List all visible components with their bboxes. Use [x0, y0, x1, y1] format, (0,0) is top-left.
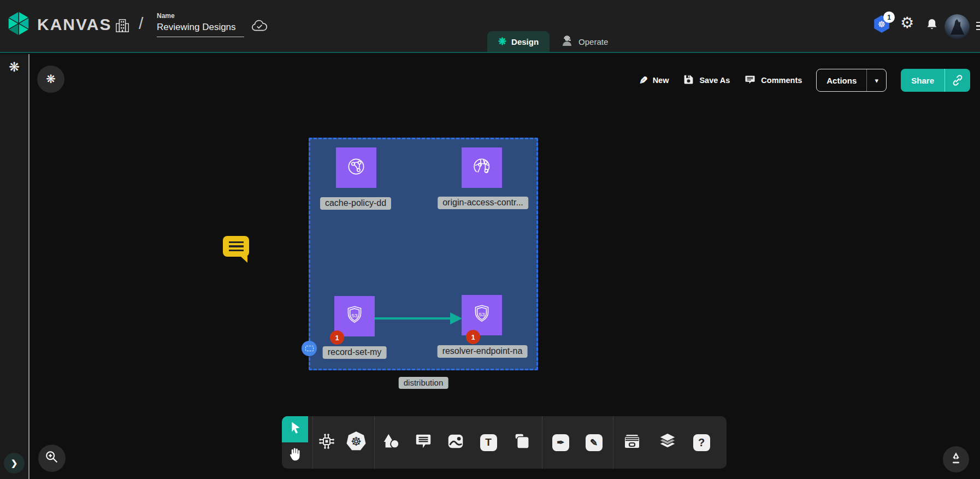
chevron-down-icon[interactable]: ▾	[866, 69, 886, 91]
drawer-archive-icon	[622, 431, 642, 453]
settings-gear-icon[interactable]: ⚙	[900, 15, 914, 31]
text-tool[interactable]: T	[477, 431, 499, 453]
canvas-widgets-button[interactable]: ❋	[37, 66, 64, 93]
route53-resolver-endpoint-icon: 53	[470, 303, 493, 328]
comments-bubble-icon	[744, 74, 756, 87]
comment-bubble-icon	[414, 432, 433, 453]
design-spiral-icon: ❋	[498, 37, 506, 46]
asterisk-icon: ❋	[46, 73, 56, 86]
node-label-resolver-endpoint: resolver-endpoint-na	[438, 345, 528, 358]
node-label-cache-policy: cache-policy-dd	[320, 197, 391, 210]
save-as-button[interactable]: Save As	[683, 74, 730, 87]
kubernetes-tool[interactable]: ☸	[345, 431, 367, 453]
node-resolver-endpoint[interactable]: 53	[462, 295, 502, 335]
saved-cloud-icon	[251, 19, 268, 36]
magnifier-plus-icon	[44, 450, 60, 467]
pencil-tool[interactable]: ✎	[583, 431, 605, 453]
tab-operate[interactable]: Operate	[550, 31, 619, 52]
node-label-record-set: record-set-my	[323, 346, 387, 359]
save-floppy-icon	[683, 74, 694, 87]
pen-path-icon: ✒	[552, 434, 569, 451]
image-icon	[446, 432, 465, 453]
record-set-error-badge[interactable]: 1	[330, 330, 344, 345]
new-button[interactable]: ✎ New	[639, 75, 669, 86]
header-bar: KANVAS / Name	[0, 0, 980, 53]
origin-access-control-icon	[470, 155, 493, 180]
design-name-label: Name	[157, 12, 244, 20]
copy-link-icon[interactable]	[944, 69, 970, 92]
new-pencil-icon: ✎	[639, 75, 648, 86]
tab-design-label: Design	[511, 37, 539, 46]
kubernetes-wheel-icon: ☸	[346, 431, 367, 454]
layers-stack-icon	[657, 431, 678, 453]
chip-icon	[317, 431, 336, 453]
shapes-tool[interactable]	[380, 431, 402, 453]
tab-operate-label: Operate	[578, 37, 608, 46]
kanvas-hexagon-icon	[7, 11, 31, 38]
pen-nib-icon	[949, 451, 963, 468]
canvas-comment-marker[interactable]	[223, 236, 249, 257]
resolver-endpoint-error-badge[interactable]: 1	[466, 330, 480, 344]
node-record-set[interactable]: 53	[334, 296, 375, 336]
note-tool[interactable]	[511, 431, 533, 453]
design-actions-row: ✎ New Save As Comments	[639, 69, 970, 92]
share-label: Share	[901, 69, 944, 92]
new-label: New	[653, 76, 669, 85]
tab-design[interactable]: ❋ Design	[487, 31, 550, 52]
design-pen-button[interactable]	[943, 446, 969, 472]
layers-tool[interactable]	[657, 431, 678, 453]
component-tool[interactable]	[316, 431, 338, 453]
zoom-in-button[interactable]	[38, 445, 66, 472]
mode-tabs: ❋ Design Operate	[487, 31, 619, 52]
kubernetes-context-count-badge: 1	[883, 11, 895, 23]
sticky-note-icon	[513, 432, 532, 453]
breadcrumb-separator: /	[139, 14, 143, 33]
comments-button[interactable]: Comments	[744, 74, 802, 87]
cursor-arrow-icon	[287, 420, 303, 439]
help-tool[interactable]: ?	[690, 431, 712, 453]
media-tool[interactable]	[445, 431, 467, 453]
svg-text:53: 53	[351, 312, 358, 318]
left-sidebar: ❋ ❯	[0, 54, 29, 479]
operate-person-icon	[560, 34, 574, 49]
select-tool[interactable]	[282, 416, 308, 442]
node-cache-policy[interactable]	[336, 147, 376, 188]
group-collapse-handle[interactable]	[302, 341, 317, 356]
kubernetes-context-button[interactable]: ☸ 1	[873, 15, 892, 34]
meshery-spiral-icon[interactable]: ❋	[0, 60, 28, 75]
svg-text:☸: ☸	[351, 435, 362, 448]
pencil-draw-icon: ✎	[586, 434, 603, 451]
sidebar-expand-button[interactable]: ❯	[4, 453, 25, 474]
kanvas-logo[interactable]: KANVAS	[7, 11, 111, 38]
text-tool-icon: T	[480, 434, 497, 451]
node-origin-access-control[interactable]	[462, 147, 502, 188]
hand-icon	[287, 446, 303, 465]
brand-name: KANVAS	[37, 15, 111, 34]
share-button[interactable]: Share	[901, 69, 970, 92]
kanvas-app: KANVAS / Name	[0, 0, 980, 479]
help-question-icon: ?	[693, 434, 710, 451]
canvas-toolbar: ☸	[282, 416, 727, 469]
save-as-label: Save As	[699, 76, 730, 85]
user-avatar[interactable]	[944, 14, 970, 39]
comment-marker-tail	[240, 256, 247, 263]
overflow-menu-icon[interactable]	[976, 22, 980, 32]
comments-label: Comments	[761, 76, 802, 85]
group-label-distribution: distribution	[399, 377, 448, 389]
actions-dropdown-button[interactable]: Actions ▾	[816, 69, 887, 92]
svg-text:53: 53	[479, 311, 485, 317]
design-name-field: Name	[157, 12, 244, 37]
comment-tool[interactable]	[412, 431, 434, 453]
design-name-input[interactable]	[157, 20, 244, 37]
drawer-tool[interactable]	[621, 431, 643, 453]
shapes-icon	[382, 432, 400, 453]
pen-tool[interactable]: ✒	[550, 431, 571, 453]
notifications-bell-icon[interactable]	[925, 17, 938, 34]
organization-icon[interactable]	[115, 17, 130, 37]
actions-label: Actions	[817, 69, 866, 91]
edge-record-set-to-resolver[interactable]	[375, 317, 451, 320]
cloudfront-cache-policy-icon	[345, 155, 368, 180]
node-label-origin-access: origin-access-contr...	[438, 197, 528, 209]
route53-record-set-icon: 53	[343, 304, 366, 329]
pan-tool[interactable]	[282, 442, 308, 469]
